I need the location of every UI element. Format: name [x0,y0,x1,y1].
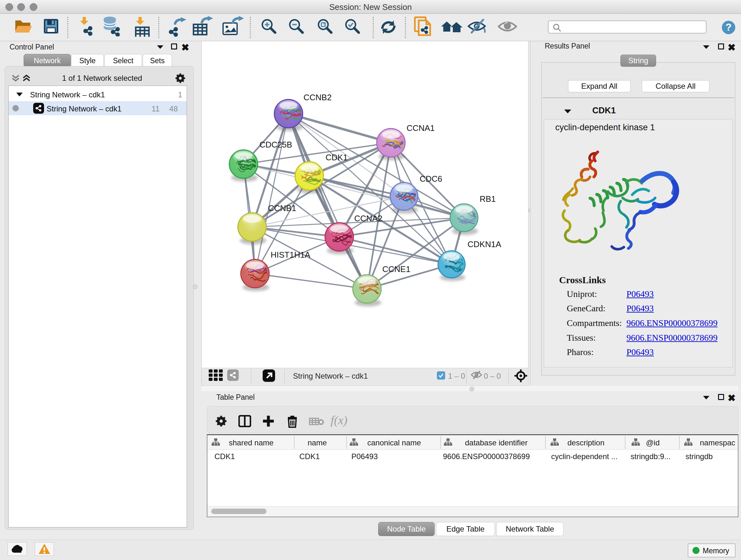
svg-text:HIST1H1A: HIST1H1A [271,250,311,260]
svg-text:RB1: RB1 [480,194,496,204]
svg-text:CDC25B: CDC25B [259,140,292,149]
svg-text:CCNA2: CCNA2 [354,213,382,223]
svg-text:CCNB2: CCNB2 [304,92,332,102]
svg-text:CDK1: CDK1 [326,152,347,162]
svg-text:CDC6: CDC6 [420,174,442,184]
svg-text:CDKN1A: CDKN1A [468,240,501,249]
svg-text:CCNE1: CCNE1 [382,264,410,274]
svg-text:CCNA1: CCNA1 [407,123,434,133]
svg-text:CCNB1: CCNB1 [268,203,296,213]
